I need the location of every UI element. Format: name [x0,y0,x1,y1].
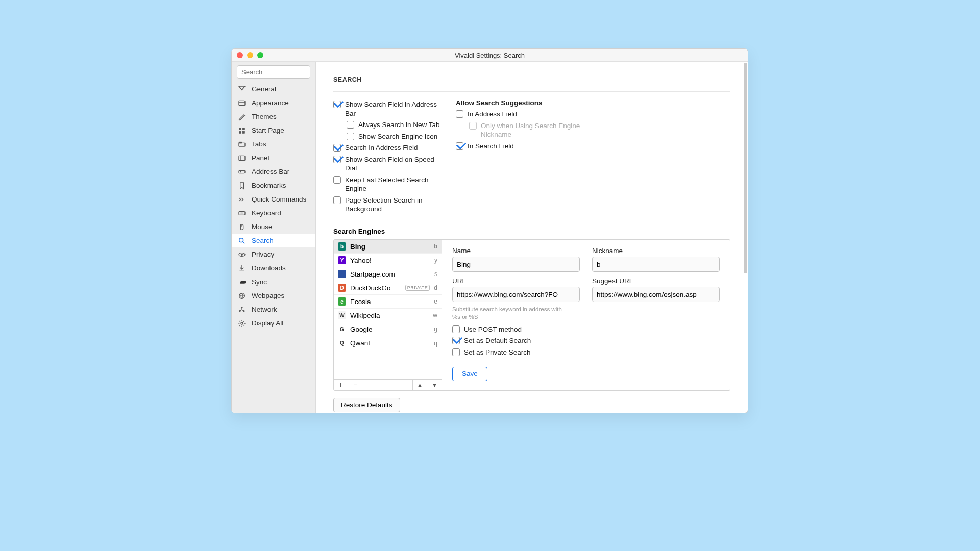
svg-rect-5 [239,143,245,146]
sidebar-item-label: Downloads [252,264,286,272]
opt-use-post[interactable]: Use POST method [452,325,720,334]
engine-icon: D [338,284,346,292]
engine-row[interactable]: GGoogleg [334,322,442,336]
sidebar-item-bookmarks[interactable]: Bookmarks [232,179,315,192]
sidebar-item-webpages[interactable]: Webpages [232,289,315,303]
engine-name: Bing [350,243,430,251]
opt-show-engine-icon[interactable]: Show Search Engine Icon [347,132,440,141]
url-hint: Substitute search keyword in address wit… [452,306,565,321]
content-area: SEARCH Show Search Field in Address Bar … [316,62,748,413]
engine-name: Google [350,325,430,333]
sidebar-item-label: Display All [252,319,283,327]
engine-name: Wikipedia [350,312,429,319]
engine-name: Ecosia [350,298,430,306]
suggestions-heading: Allow Search Suggestions [456,99,589,107]
url-label: URL [452,277,580,285]
sidebar-item-sync[interactable]: Sync [232,275,315,289]
titlebar: Vivaldi Settings: Search [232,49,748,62]
engine-key: w [433,312,437,319]
sidebar-item-label: Webpages [252,292,284,299]
svg-point-14 [241,254,242,255]
sidebar-item-label: Quick Commands [252,195,306,203]
sidebar-item-label: General [252,85,276,93]
engine-move-up-button[interactable]: ▴ [413,380,427,390]
engine-row[interactable]: eEcosiae [334,295,442,309]
engine-move-down-button[interactable]: ▾ [427,380,442,390]
engine-url-input[interactable] [452,287,580,302]
sidebar-item-network[interactable]: Network [232,303,315,316]
opt-sugg-in-search[interactable]: In Search Field [456,142,589,151]
opt-set-default[interactable]: Set as Default Search [452,336,720,345]
svg-rect-0 [239,101,245,105]
engine-icon: G [338,325,346,333]
svg-point-16 [241,307,243,308]
engine-nickname-input[interactable] [592,257,720,272]
sidebar-item-label: Panel [252,154,270,162]
sidebar-item-label: Network [252,306,277,313]
sidebar-search-input[interactable] [237,65,310,79]
engine-icon: W [338,311,346,319]
save-button[interactable]: Save [452,367,487,381]
engine-row[interactable]: Startpage.coms [334,267,442,281]
svg-point-9 [240,171,241,172]
engine-add-button[interactable]: + [334,380,348,390]
svg-rect-4 [242,131,244,133]
svg-point-19 [241,322,243,324]
engine-row[interactable]: DDuckDuckGoPRIVATEd [334,281,442,295]
opt-page-selection-bg[interactable]: Page Selection Search in Background [333,196,440,214]
sidebar-item-general[interactable]: General [232,82,315,96]
sidebar-item-label: Address Bar [252,168,289,176]
engine-key: s [434,270,437,278]
sidebar-item-appearance[interactable]: Appearance [232,96,315,110]
svg-rect-3 [239,131,241,133]
engine-name: Qwant [350,339,430,347]
svg-point-12 [239,238,243,242]
private-badge: PRIVATE [405,285,430,291]
opt-sugg-only-nickname: Only when Using Search Engine Nickname [469,121,589,139]
engine-name: Startpage.com [350,270,430,278]
name-label: Name [452,247,580,255]
sidebar-item-label: Start Page [252,127,284,134]
opt-show-on-speed-dial[interactable]: Show Search Field on Speed Dial [333,155,440,173]
window-title: Vivaldi Settings: Search [232,52,748,59]
opt-set-private[interactable]: Set as Private Search [452,348,720,357]
scrollbar[interactable] [743,62,748,413]
sidebar-item-display-all[interactable]: Display All [232,316,315,330]
sidebar-item-panel[interactable]: Panel [232,151,315,165]
engine-remove-button[interactable]: − [348,380,362,390]
opt-always-new-tab[interactable]: Always Search in New Tab [347,120,440,130]
sidebar-item-themes[interactable]: Themes [232,110,315,123]
engine-key: e [434,298,437,305]
svg-rect-8 [239,170,245,173]
engine-row[interactable]: QQwantq [334,336,442,350]
sidebar-item-quick-commands[interactable]: Quick Commands [232,192,315,206]
engine-icon: Q [338,339,346,347]
svg-rect-6 [239,142,242,143]
engine-key: g [434,325,437,333]
sidebar-item-tabs[interactable]: Tabs [232,137,315,151]
opt-sugg-in-address[interactable]: In Address Field [456,110,589,119]
engine-row[interactable]: YYahoo!y [334,254,442,267]
sidebar-item-keyboard[interactable]: Keyboard [232,206,315,220]
sidebar-item-search[interactable]: Search [232,234,315,247]
restore-defaults-button[interactable]: Restore Defaults [333,398,400,412]
sidebar-item-mouse[interactable]: Mouse [232,220,315,234]
opt-keep-last-engine[interactable]: Keep Last Selected Search Engine [333,176,440,193]
engine-icon [338,270,346,278]
engine-icon: b [338,242,346,251]
sidebar-item-label: Sync [252,278,267,286]
engine-name: DuckDuckGo [350,284,401,292]
sidebar-item-privacy[interactable]: Privacy [232,247,315,261]
engine-key: d [434,284,437,291]
opt-show-field-address[interactable]: Show Search Field in Address Bar [333,100,440,118]
engine-suggest-url-input[interactable] [592,287,720,302]
sidebar-item-downloads[interactable]: Downloads [232,261,315,275]
opt-search-in-address[interactable]: Search in Address Field [333,143,440,153]
engine-name-input[interactable] [452,257,580,272]
engine-row[interactable]: WWikipediaw [334,309,442,322]
sidebar-item-address-bar[interactable]: Address Bar [232,165,315,179]
settings-window: Vivaldi Settings: Search GeneralAppearan… [231,48,748,413]
sidebar-item-start-page[interactable]: Start Page [232,123,315,137]
engine-icon: Y [338,256,346,264]
engine-row[interactable]: bBingb [334,240,442,254]
